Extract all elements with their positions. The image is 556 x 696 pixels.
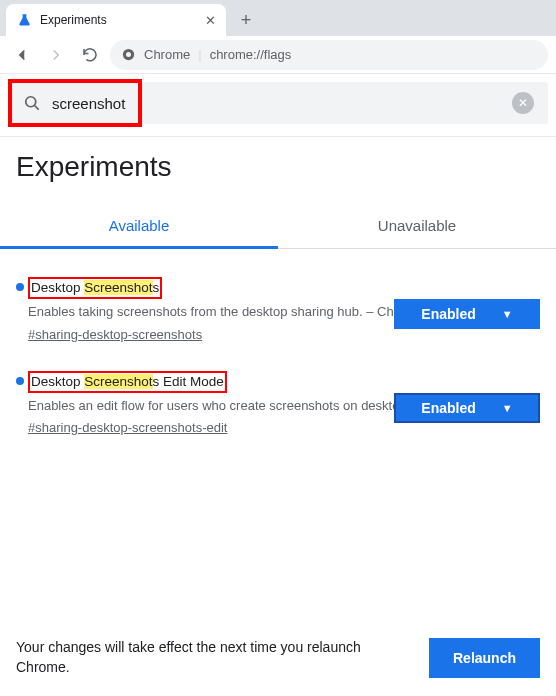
flag-title-text: s [153,280,160,295]
restart-footer: Your changes will take effect the next t… [0,622,556,696]
forward-button[interactable] [42,41,70,69]
flag-title: Desktop Screenshots [28,277,540,299]
restart-message: Your changes will take effect the next t… [16,638,413,677]
tab-title: Experiments [40,13,197,27]
flag-title-text: Desktop [31,280,84,295]
svg-point-2 [26,97,36,107]
page-body: ✕ Experiments Available Unavailable Desk… [0,74,556,696]
back-button[interactable] [8,41,36,69]
search-input[interactable] [52,95,502,112]
select-value: Enabled [421,400,475,416]
flag-item: Desktop Screenshots Edit Mode Enables an… [16,371,540,437]
browser-toolbar: Chrome | chrome://flags [0,36,556,74]
tab-unavailable[interactable]: Unavailable [278,207,556,249]
chevron-down-icon: ▼ [502,308,513,320]
svg-line-3 [35,106,39,110]
new-tab-button[interactable]: + [232,6,260,34]
search-highlight: Screenshot [84,280,152,295]
svg-point-1 [126,52,131,57]
search-icon [22,93,42,113]
browser-tab[interactable]: Experiments ✕ [6,4,226,36]
flag-state-select[interactable]: Enabled ▼ [394,393,540,423]
flag-description: Enables taking screenshots from the desk… [28,303,398,321]
omnibox-label: Chrome [144,47,190,62]
flag-hash-link[interactable]: #sharing-desktop-screenshots [28,327,202,342]
tab-available[interactable]: Available [0,207,278,249]
search-highlight: Screenshot [84,374,152,389]
close-icon[interactable]: ✕ [205,13,216,28]
omnibox-url: chrome://flags [210,47,292,62]
flag-title: Desktop Screenshots Edit Mode [28,371,540,393]
reload-button[interactable] [76,41,104,69]
flag-item: Desktop Screenshots Enables taking scree… [16,277,540,343]
page-title: Experiments [0,137,556,189]
annotation-box: Desktop Screenshots [28,277,162,299]
annotation-box: Desktop Screenshots Edit Mode [28,371,227,393]
flask-icon [16,12,32,28]
flag-title-text: Desktop [31,374,84,389]
flag-state-select[interactable]: Enabled ▼ [394,299,540,329]
flags-list: Desktop Screenshots Enables taking scree… [0,249,556,436]
flag-hash-link[interactable]: #sharing-desktop-screenshots-edit [28,420,227,435]
tabs-row: Available Unavailable [0,207,556,249]
address-bar[interactable]: Chrome | chrome://flags [110,40,548,70]
chevron-down-icon: ▼ [502,402,513,414]
relaunch-button[interactable]: Relaunch [429,638,540,678]
select-value: Enabled [421,306,475,322]
flag-description: Enables an edit flow for users who creat… [28,397,398,415]
browser-tabstrip: Experiments ✕ + [0,0,556,36]
modified-dot-icon [16,377,24,385]
clear-search-button[interactable]: ✕ [512,92,534,114]
chrome-icon [120,47,136,63]
modified-dot-icon [16,283,24,291]
omnibox-separator: | [198,47,201,62]
flags-search-bar: ✕ [8,82,548,124]
flag-title-text: s Edit Mode [153,374,224,389]
